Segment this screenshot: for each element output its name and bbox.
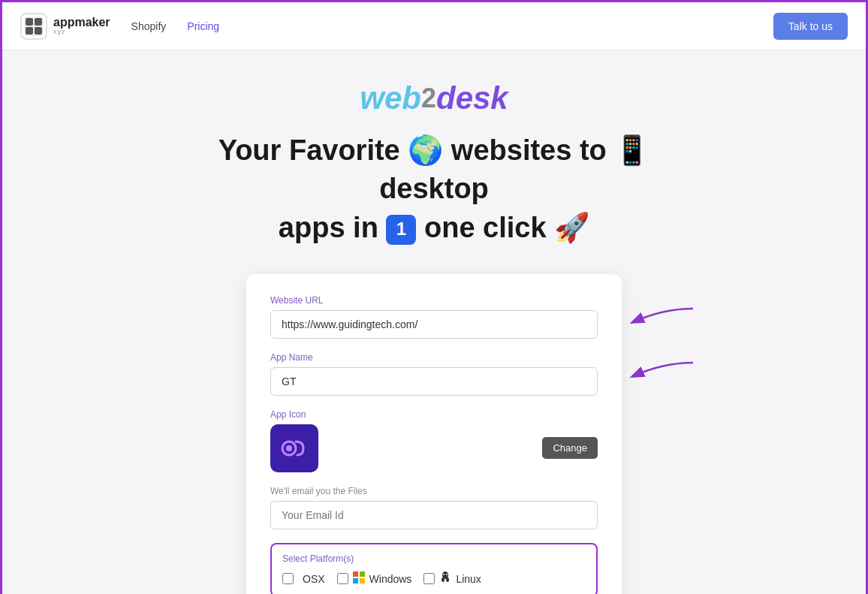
platform-options: OSX Windows — [282, 571, 586, 586]
platform-windows[interactable]: Windows — [337, 571, 412, 586]
brand-logo: web 2 desk — [360, 80, 508, 116]
platform-osx[interactable]: OSX — [282, 573, 325, 585]
nav-pricing[interactable]: Pricing — [187, 20, 219, 32]
header-left: appmaker xyz Shopify Pricing — [20, 13, 219, 40]
arrow-name — [618, 355, 701, 393]
svg-rect-8 — [360, 571, 365, 577]
svg-rect-2 — [35, 18, 42, 26]
windows-checkbox[interactable] — [337, 573, 348, 584]
logo-name: appmaker — [53, 17, 110, 29]
svg-rect-10 — [360, 578, 365, 583]
nav-shopify[interactable]: Shopify — [131, 20, 167, 32]
app-icon-row: Change — [270, 424, 598, 472]
app-icon-preview — [270, 424, 318, 472]
page-wrapper: appmaker xyz Shopify Pricing Talk to us … — [0, 0, 868, 594]
logo-icon — [20, 13, 47, 40]
arrow-url — [618, 301, 701, 339]
email-label: We'll email you the Files — [270, 486, 598, 496]
talk-to-us-button[interactable]: Talk to us — [773, 13, 848, 40]
form-card: Website URL App Name App Icon Change We'… — [246, 274, 622, 594]
app-name-label: App Name — [270, 352, 598, 363]
header: appmaker xyz Shopify Pricing Talk to us — [2, 2, 866, 50]
logo-text: appmaker xyz — [53, 17, 110, 35]
svg-rect-9 — [353, 578, 358, 583]
windows-label: Windows — [369, 573, 412, 585]
change-icon-button[interactable]: Change — [542, 437, 598, 459]
svg-rect-3 — [26, 27, 33, 35]
svg-point-13 — [446, 577, 449, 582]
linux-icon — [439, 571, 451, 586]
osx-label: OSX — [303, 573, 325, 585]
linux-label: Linux — [456, 573, 481, 585]
svg-point-6 — [286, 445, 292, 451]
windows-icon — [353, 571, 365, 586]
brand-web: web — [360, 80, 421, 116]
svg-point-12 — [442, 577, 445, 582]
linux-checkbox[interactable] — [423, 573, 435, 584]
svg-rect-4 — [35, 27, 42, 35]
url-label: Website URL — [270, 295, 598, 306]
hero-badge: 1 — [386, 215, 416, 245]
app-icon-label: App Icon — [270, 409, 598, 420]
brand-2: 2 — [421, 83, 436, 114]
hero-text: Your Favorite 🌍 websites to 📱 desktop ap… — [171, 131, 697, 247]
platform-section: Select Platform(s) OSX — [270, 543, 598, 594]
brand-desk: desk — [436, 80, 508, 116]
logo-area: appmaker xyz — [20, 13, 110, 40]
logo-sub: xyz — [53, 29, 110, 35]
svg-point-14 — [443, 574, 445, 575]
svg-rect-7 — [353, 571, 358, 577]
app-name-input[interactable] — [270, 367, 598, 396]
main-content: web 2 desk Your Favorite 🌍 websites to 📱… — [2, 50, 866, 594]
osx-checkbox[interactable] — [282, 573, 294, 584]
platform-label: Select Platform(s) — [282, 553, 586, 564]
svg-point-15 — [446, 574, 448, 575]
url-input[interactable] — [270, 310, 598, 339]
email-input[interactable] — [270, 501, 598, 529]
platform-linux[interactable]: Linux — [423, 571, 481, 586]
svg-rect-1 — [26, 18, 33, 26]
